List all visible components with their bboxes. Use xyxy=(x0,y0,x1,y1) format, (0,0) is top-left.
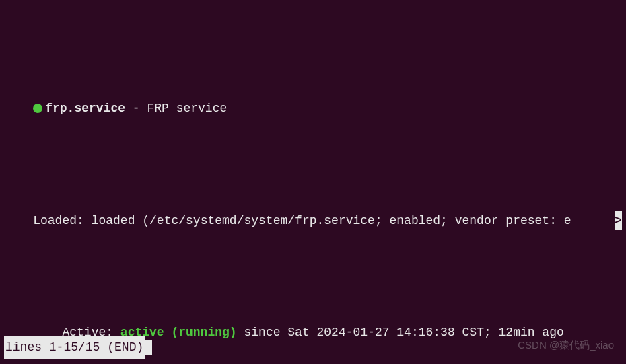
watermark: CSDN @猿代码_xiao xyxy=(518,336,614,355)
loaded-label: Loaded: xyxy=(4,214,92,227)
loaded-row: Loaded: loaded (/etc/systemd/system/frp.… xyxy=(4,210,622,232)
cursor-icon xyxy=(145,340,152,355)
service-desc: - FRP service xyxy=(125,102,227,115)
overflow-indicator: > xyxy=(615,211,622,231)
pager-status: lines 1-15/15 (END) xyxy=(4,336,145,359)
status-bullet-icon xyxy=(33,104,42,113)
active-rest: since Sat 2024-01-27 14:16:38 CST; 12min… xyxy=(237,326,564,339)
pager-status-row: lines 1-15/15 (END) xyxy=(4,336,152,359)
service-header-line: frp.service - FRP service xyxy=(4,75,622,143)
loaded-value: loaded (/etc/systemd/system/frp.service;… xyxy=(92,214,571,227)
terminal-output: frp.service - FRP service Loaded: loaded… xyxy=(4,8,622,364)
service-name: frp.service xyxy=(45,102,125,115)
